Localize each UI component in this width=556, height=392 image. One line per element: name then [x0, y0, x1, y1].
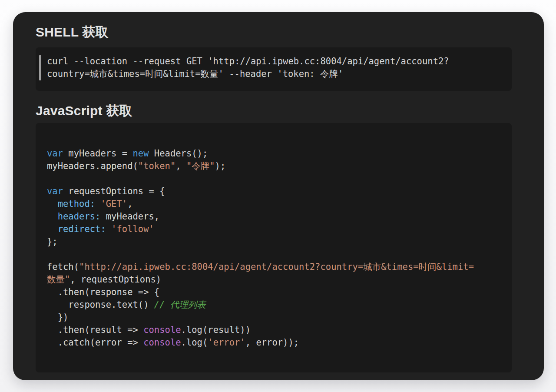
shell-section: SHELL 获取 curl --location --request GET '…	[36, 24, 512, 91]
code-token-comment: // 代理列表	[154, 299, 206, 310]
code-token-string: "http://api.ipweb.cc:8004/api/agent/acco…	[79, 262, 474, 272]
doc-panel: SHELL 获取 curl --location --request GET '…	[13, 12, 544, 380]
code-line: redirect: 'follow'	[47, 223, 500, 236]
code-token-plain: requestOptions = {	[63, 186, 165, 196]
code-token-string: "token"	[138, 161, 175, 171]
javascript-code-block: var myHeaders = new Headers();myHeaders.…	[36, 123, 512, 372]
code-token-plain: .log(	[181, 337, 208, 348]
code-line: fetch("http://api.ipweb.cc:8004/api/agen…	[47, 261, 500, 273]
code-token-string: 'error'	[208, 337, 245, 348]
code-token-keyword: new	[132, 148, 149, 159]
code-token-plain: .catch(error =>	[47, 337, 143, 348]
code-token-plain: response.text()	[47, 299, 154, 310]
code-token-property: headers:	[58, 211, 101, 222]
code-token-plain: myHeaders,	[100, 211, 159, 222]
shell-code-row: curl --location --request GET 'http://ap…	[39, 55, 503, 80]
javascript-code-lines: var myHeaders = new Headers();myHeaders.…	[47, 147, 500, 349]
code-token-plain: .then(result =>	[47, 325, 143, 335]
code-token-keyword: var	[47, 186, 63, 196]
code-line: .then(response => {	[47, 286, 500, 299]
code-token-plain: Headers();	[149, 148, 208, 159]
code-token-plain	[95, 199, 100, 209]
code-token-plain: myHeaders =	[63, 148, 132, 159]
code-token-plain: );	[215, 161, 226, 171]
code-token-plain: myHeaders.append(	[47, 161, 138, 171]
code-token-plain	[47, 199, 58, 209]
code-line: };	[47, 236, 500, 248]
code-token-builtin: console	[143, 325, 181, 335]
code-line: .then(result => console.log(result))	[47, 324, 500, 336]
code-line: var myHeaders = new Headers();	[47, 147, 500, 160]
code-token-plain: , error));	[245, 337, 299, 348]
code-token-plain: , requestOptions)	[70, 274, 161, 285]
code-token-string: "令牌"	[186, 161, 215, 171]
code-line: myHeaders.append("token", "令牌");	[47, 160, 500, 173]
code-token-builtin: console	[143, 337, 181, 348]
shell-code-lines: curl --location --request GET 'http://ap…	[47, 55, 449, 80]
code-line: country=城市&times=时间&limit=数量' --header '…	[47, 68, 449, 80]
code-token-plain: };	[47, 236, 58, 247]
code-token-plain: ,	[175, 161, 186, 171]
code-token-property: method:	[58, 199, 95, 209]
code-line: response.text() // 代理列表	[47, 299, 500, 311]
code-line	[47, 173, 500, 185]
code-line: curl --location --request GET 'http://ap…	[47, 55, 449, 68]
code-token-string: 'follow'	[111, 224, 154, 234]
code-token-plain: country=城市&times=时间&limit=数量' --header '…	[47, 69, 343, 79]
code-token-keyword: var	[47, 148, 63, 159]
code-line: headers: myHeaders,	[47, 210, 500, 223]
code-token-plain: })	[47, 312, 68, 322]
javascript-section: JavaScript 获取 var myHeaders = new Header…	[36, 103, 512, 372]
code-token-plain: curl --location --request GET 'http://ap…	[47, 56, 449, 66]
code-line: method: 'GET',	[47, 198, 500, 210]
shell-code-block: curl --location --request GET 'http://ap…	[36, 47, 512, 91]
code-token-plain: .then(response => {	[47, 287, 159, 297]
code-token-plain: ,	[127, 199, 132, 209]
code-line	[47, 248, 500, 261]
shell-code-marker	[39, 55, 41, 80]
code-token-plain	[47, 224, 58, 234]
code-line: .catch(error => console.log('error', err…	[47, 336, 500, 349]
code-token-plain: fetch(	[47, 262, 79, 272]
code-line: })	[47, 311, 500, 324]
code-token-string: 数量"	[47, 274, 70, 285]
code-token-plain	[47, 211, 58, 222]
code-token-plain	[106, 224, 111, 234]
shell-section-heading: SHELL 获取	[36, 24, 512, 40]
code-token-string: 'GET'	[100, 199, 127, 209]
javascript-section-heading: JavaScript 获取	[36, 103, 512, 119]
code-token-property: redirect:	[58, 224, 106, 234]
code-line: var requestOptions = {	[47, 185, 500, 198]
code-token-plain: .log(result))	[181, 325, 251, 335]
code-line: 数量", requestOptions)	[47, 273, 500, 286]
